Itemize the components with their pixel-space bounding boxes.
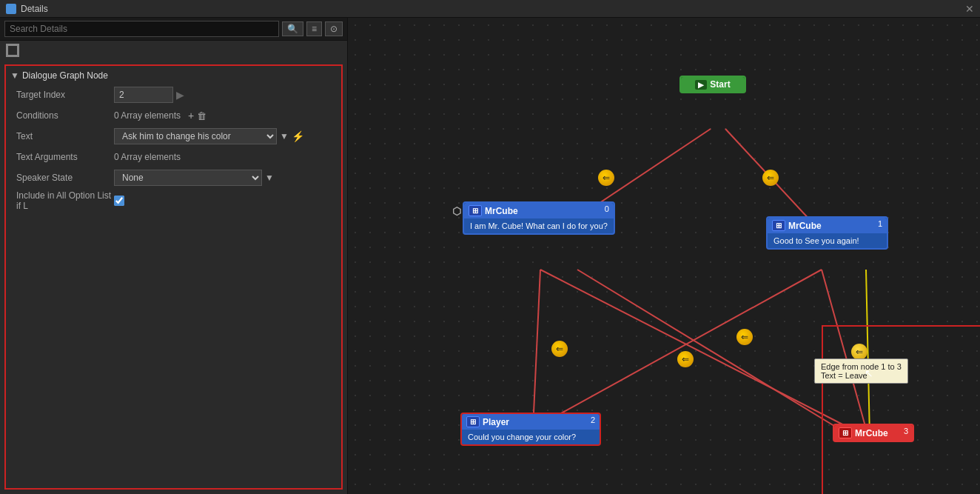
- node-cube0[interactable]: 0 ⊞ MrCube ⬡ I am Mr. Cube! What can I d…: [463, 201, 615, 235]
- left-panel: 🔍 ≡ ⊙ ▼ Dialogue Graph Node Target Index…: [0, 18, 348, 494]
- conditions-text: 0 Array elements: [114, 110, 181, 121]
- speaker-state-value: None ▼: [114, 170, 337, 186]
- text-arguments-value: 0 Array elements: [114, 152, 337, 162]
- tooltip-line2: Text = Leave: [821, 371, 867, 380]
- node-player2[interactable]: 2 ⊞ Player Could you change your color?: [460, 413, 601, 446]
- edge-dot-5: [551, 341, 568, 357]
- node-cube1-body: Good to See you again!: [768, 233, 887, 248]
- list-view-button[interactable]: ≡: [306, 21, 322, 36]
- text-dropdown[interactable]: Ask him to change his color: [114, 128, 277, 144]
- section-header: ▼ Dialogue Graph Node: [10, 70, 337, 81]
- node-start[interactable]: ▶ Start: [679, 76, 746, 93]
- node-1-index: 1: [878, 219, 882, 228]
- text-arguments-text: 0 Array elements: [114, 152, 181, 162]
- edge-dot-4: [677, 351, 694, 367]
- player2-icon: ⊞: [466, 416, 480, 427]
- include-checkbox[interactable]: [114, 196, 124, 206]
- node-start-label: Start: [710, 79, 730, 90]
- target-index-row: Target Index ▶: [10, 87, 337, 103]
- target-index-input[interactable]: [114, 87, 173, 103]
- close-button[interactable]: ✕: [965, 3, 974, 15]
- node-player2-body: Could you change your color?: [462, 430, 600, 444]
- node-cube3-header: ⊞ MrCube: [834, 425, 913, 441]
- conditions-row: Conditions 0 Array elements + 🗑: [10, 107, 337, 124]
- edge-dot-2: [598, 170, 614, 186]
- canvas-background: [348, 18, 980, 494]
- node-cube0-body: I am Mr. Cube! What can I do for you?: [464, 218, 614, 233]
- text-arguments-label: Text Arguments: [10, 152, 114, 162]
- speaker-state-dropdown[interactable]: None: [114, 170, 262, 186]
- cube0-icon: ⊞: [469, 205, 482, 216]
- add-condition-button[interactable]: +: [188, 110, 194, 121]
- include-value: [114, 196, 337, 206]
- edge-dot-3: [736, 329, 753, 345]
- conditions-label: Conditions: [10, 110, 114, 121]
- node-cube0-header: ⊞ MrCube ⬡: [464, 203, 614, 218]
- text-arguments-row: Text Arguments 0 Array elements: [10, 149, 337, 165]
- text-link-icon[interactable]: ⚡: [292, 130, 304, 142]
- speaker-dropdown-arrow: ▼: [265, 173, 274, 183]
- main-layout: 🔍 ≡ ⊙ ▼ Dialogue Graph Node Target Index…: [0, 18, 980, 494]
- details-icon: [6, 4, 16, 14]
- circle-indicator: [0, 41, 347, 60]
- target-index-label: Target Index: [10, 90, 114, 100]
- search-bar: 🔍 ≡ ⊙: [0, 18, 347, 41]
- speaker-state-row: Speaker State None ▼: [10, 170, 337, 186]
- section-title: Dialogue Graph Node: [22, 70, 108, 81]
- search-input[interactable]: [4, 21, 279, 37]
- tooltip-line1: Edge from node 1 to 3: [821, 362, 902, 371]
- cube3-icon: ⊞: [839, 427, 852, 438]
- include-label: Include in All Option List if L: [10, 190, 114, 211]
- node-start-header: ▶ Start: [681, 77, 745, 92]
- target-index-arrow: ▶: [176, 89, 184, 101]
- node-2-index: 2: [591, 415, 595, 424]
- text-row: Text Ask him to change his color ▼ ⚡: [10, 128, 337, 144]
- conditions-value: 0 Array elements + 🗑: [114, 110, 337, 121]
- node-cube1-header: ⊞ MrCube: [768, 218, 887, 233]
- top-bar-title: Details: [21, 4, 48, 14]
- include-option-row: Include in All Option List if L: [10, 190, 337, 211]
- speaker-state-label: Speaker State: [10, 173, 114, 183]
- node-cube1[interactable]: 1 ⊞ MrCube Good to See you again!: [766, 216, 888, 250]
- node-cube0-label: MrCube: [485, 206, 518, 216]
- node-cube3[interactable]: 3 ⊞ MrCube: [833, 424, 914, 442]
- node-3-index: 3: [904, 427, 908, 435]
- text-value: Ask him to change his color ▼ ⚡: [114, 128, 337, 144]
- search-button[interactable]: 🔍: [282, 21, 303, 36]
- settings-view-button[interactable]: ⊙: [325, 21, 343, 36]
- section-arrow: ▼: [10, 70, 19, 81]
- details-panel: ▼ Dialogue Graph Node Target Index ▶ Con…: [4, 64, 343, 490]
- edge-dot-yellow: [851, 344, 867, 360]
- node-cube1-label: MrCube: [788, 221, 822, 231]
- node-player2-header: ⊞ Player: [462, 414, 600, 430]
- node-player2-label: Player: [483, 417, 509, 427]
- cube1-icon: ⊞: [772, 220, 785, 231]
- canvas-area: ▶ Start 0 ⊞ MrCube ⬡ I am Mr. Cube! What…: [348, 18, 980, 494]
- delete-condition-button[interactable]: 🗑: [197, 110, 207, 121]
- start-icon: ▶: [695, 80, 707, 90]
- node-cube3-label: MrCube: [855, 428, 888, 438]
- edge-tooltip: Edge from node 1 to 3 Text = Leave: [814, 358, 908, 384]
- top-bar: Details ✕: [0, 0, 980, 18]
- target-index-value: ▶: [114, 87, 337, 103]
- cube0-port: ⬡: [452, 205, 461, 217]
- dropdown-arrow: ▼: [280, 131, 289, 141]
- edge-dot-1: [762, 170, 779, 186]
- node-0-index: 0: [605, 204, 609, 213]
- text-label: Text: [10, 131, 114, 141]
